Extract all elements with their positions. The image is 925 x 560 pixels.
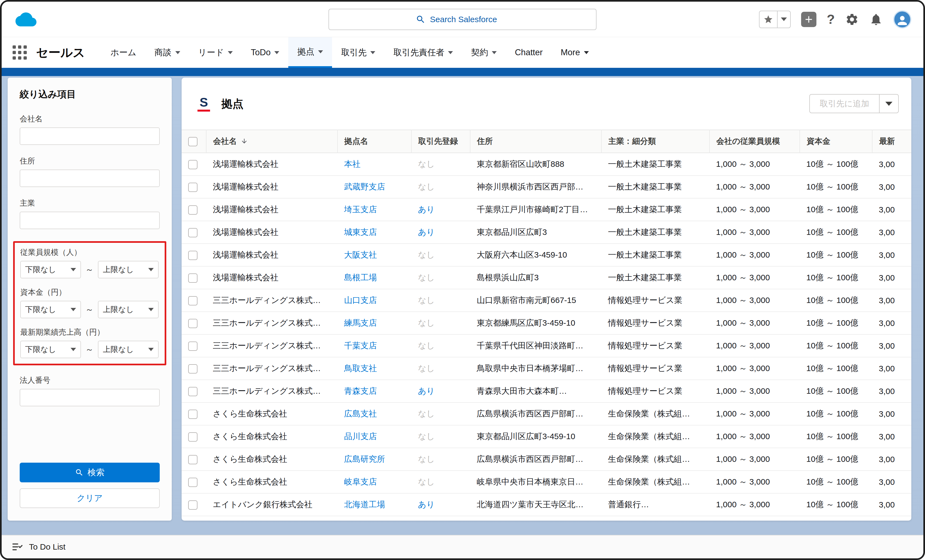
branch-link[interactable]: 埼玉支店 bbox=[337, 198, 411, 221]
global-search-box[interactable] bbox=[328, 9, 597, 30]
capital-range-label: 資本金（円） bbox=[20, 287, 159, 298]
row-checkbox[interactable] bbox=[188, 319, 197, 328]
column-revenue[interactable]: 最新 bbox=[872, 130, 911, 153]
branch-link[interactable]: 山口支店 bbox=[337, 289, 411, 312]
todo-list-utility-item[interactable]: To Do List bbox=[12, 541, 65, 552]
table-row: 三三ホールディングス株式… 鳥取支社 なし 鳥取県中央市日本橋茅場町… 情報処理… bbox=[182, 357, 911, 380]
capital-max-select[interactable]: 上限なし bbox=[98, 301, 159, 318]
company-cell: 三三ホールディングス株式… bbox=[206, 334, 337, 357]
row-checkbox[interactable] bbox=[188, 296, 197, 306]
column-company[interactable]: 会社名 bbox=[206, 130, 337, 153]
row-checkbox[interactable] bbox=[188, 409, 197, 419]
branch-link[interactable]: 北海道工場 bbox=[337, 493, 411, 516]
global-search-input[interactable] bbox=[430, 15, 509, 24]
column-address[interactable]: 住所 bbox=[470, 130, 601, 153]
revenue-min-select[interactable]: 下限なし bbox=[20, 341, 81, 358]
revenue-max-select[interactable]: 上限なし bbox=[98, 341, 159, 358]
tab-contacts[interactable]: 取引先責任者 bbox=[384, 37, 462, 68]
column-registered[interactable]: 取引先登録 bbox=[411, 130, 470, 153]
tab-leads[interactable]: リード bbox=[189, 37, 242, 68]
industry-cell: 生命保険業（株式組… bbox=[601, 448, 710, 471]
employees-max-select[interactable]: 上限なし bbox=[98, 261, 159, 278]
address-input[interactable] bbox=[20, 170, 160, 187]
row-checkbox[interactable] bbox=[188, 342, 197, 351]
industry-input[interactable] bbox=[20, 212, 160, 229]
branch-link[interactable]: 鳥取支社 bbox=[337, 357, 411, 380]
corporate-number-input[interactable] bbox=[20, 389, 160, 406]
revenue-cell: 3,00 bbox=[872, 312, 911, 334]
tab-todo[interactable]: ToDo bbox=[242, 37, 288, 68]
revenue-cell: 3,00 bbox=[872, 425, 911, 448]
chevron-down-icon bbox=[370, 51, 375, 54]
row-checkbox[interactable] bbox=[188, 432, 197, 442]
favorites-dropdown-button[interactable] bbox=[777, 11, 790, 28]
branch-link[interactable]: 広島支社 bbox=[337, 402, 411, 425]
global-header: ? bbox=[2, 2, 923, 37]
address-cell: 鳥取県中央市日本橋茅場町… bbox=[470, 357, 601, 380]
company-cell: 浅場運輸株式会社 bbox=[206, 221, 337, 244]
branch-link[interactable]: 城東支店 bbox=[337, 221, 411, 244]
row-checkbox[interactable] bbox=[188, 160, 197, 169]
capital-cell: 10億 ～ 100億 bbox=[800, 198, 872, 221]
branch-link[interactable]: 青森支店 bbox=[337, 380, 411, 402]
branch-link[interactable]: 武蔵野支店 bbox=[337, 176, 411, 198]
branch-link[interactable]: 品川支店 bbox=[337, 425, 411, 448]
select-all-checkbox[interactable] bbox=[188, 137, 197, 146]
row-checkbox[interactable] bbox=[188, 455, 197, 464]
notifications-bell-icon[interactable] bbox=[869, 13, 883, 26]
setup-gear-icon[interactable] bbox=[845, 13, 859, 26]
tab-kyoten[interactable]: 拠点 bbox=[288, 37, 332, 68]
branch-link[interactable]: 大阪支社 bbox=[337, 244, 411, 266]
address-cell: 東京都新宿区山吹町888 bbox=[470, 153, 601, 176]
branch-link[interactable]: 広島研究所 bbox=[337, 448, 411, 471]
tab-home[interactable]: ホーム bbox=[101, 37, 145, 68]
favorites-star-icon[interactable] bbox=[759, 11, 777, 28]
row-checkbox[interactable] bbox=[188, 364, 197, 373]
locations-list-card: S 拠点 取引先に追加 bbox=[182, 78, 911, 521]
column-industry[interactable]: 主業：細分類 bbox=[601, 130, 710, 153]
row-checkbox[interactable] bbox=[188, 387, 197, 396]
tab-contracts[interactable]: 契約 bbox=[462, 37, 506, 68]
branch-link[interactable]: 岐阜支店 bbox=[337, 471, 411, 493]
revenue-cell: 3,00 bbox=[872, 221, 911, 244]
app-launcher-icon[interactable] bbox=[13, 45, 27, 60]
branch-link[interactable]: 練馬支店 bbox=[337, 312, 411, 334]
plus-icon bbox=[803, 14, 814, 25]
row-checkbox[interactable] bbox=[188, 274, 197, 283]
table-row: 三三ホールディングス株式… 千葉支店 なし 千葉県千代田区神田淡路町… 情報処理… bbox=[182, 334, 911, 357]
column-capital[interactable]: 資本金 bbox=[800, 130, 872, 153]
row-checkbox[interactable] bbox=[188, 183, 197, 192]
tab-chatter[interactable]: Chatter bbox=[506, 37, 552, 68]
employees-min-select[interactable]: 下限なし bbox=[20, 261, 81, 278]
row-checkbox[interactable] bbox=[188, 251, 197, 260]
locations-table: 会社名 拠点名 取引先登録 住所 主業：細分類 会社の従業員規模 資本金 最新 … bbox=[182, 129, 911, 516]
column-branch[interactable]: 拠点名 bbox=[337, 130, 411, 153]
tab-more[interactable]: More bbox=[552, 37, 598, 68]
row-checkbox[interactable] bbox=[188, 205, 197, 215]
tab-accounts[interactable]: 取引先 bbox=[332, 37, 384, 68]
address-cell: 大阪府六本山区3-459-10 bbox=[470, 244, 601, 266]
add-to-account-button[interactable]: 取引先に追加 bbox=[810, 95, 879, 113]
table-row: 浅場運輸株式会社 埼玉支店 あり 千葉県江戸川市篠崎町2丁目… 一般土木建築工事… bbox=[182, 198, 911, 221]
filter-panel: 絞り込み項目 会社名 住所 主業 従業員規模（人） 下限なし bbox=[8, 78, 172, 521]
quick-create-button[interactable] bbox=[801, 12, 817, 27]
branch-link[interactable]: 千葉支店 bbox=[337, 334, 411, 357]
add-to-account-dropdown-button[interactable] bbox=[880, 95, 898, 113]
branch-link[interactable]: 島根工場 bbox=[337, 266, 411, 289]
search-button[interactable]: 検索 bbox=[20, 463, 160, 482]
row-checkbox[interactable] bbox=[188, 478, 197, 487]
tab-opportunities[interactable]: 商談 bbox=[146, 37, 189, 68]
capital-cell: 10億 ～ 100億 bbox=[800, 312, 872, 334]
capital-min-select[interactable]: 下限なし bbox=[20, 301, 81, 318]
company-name-input[interactable] bbox=[20, 127, 160, 145]
favorites-control bbox=[759, 11, 791, 28]
row-checkbox[interactable] bbox=[188, 500, 197, 510]
chevron-down-icon bbox=[71, 268, 76, 271]
branch-link[interactable]: 本社 bbox=[337, 153, 411, 176]
clear-button[interactable]: クリア bbox=[20, 488, 160, 508]
help-icon[interactable]: ? bbox=[827, 13, 835, 26]
column-employees[interactable]: 会社の従業員規模 bbox=[710, 130, 800, 153]
user-avatar[interactable] bbox=[893, 11, 911, 29]
row-checkbox[interactable] bbox=[188, 228, 197, 237]
address-cell: 千葉県江戸川市篠崎町2丁目… bbox=[470, 198, 601, 221]
